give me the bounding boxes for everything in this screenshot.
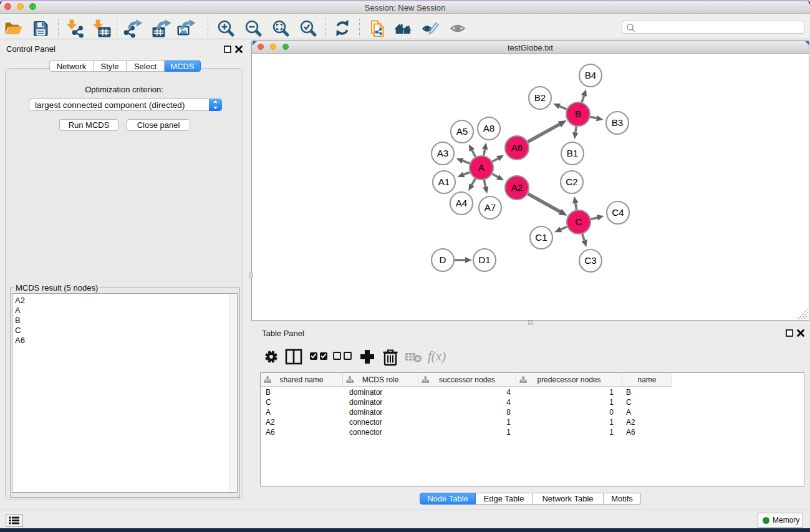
svg-text:A4: A4 bbox=[456, 198, 468, 208]
svg-text:B4: B4 bbox=[585, 70, 597, 80]
svg-text:B: B bbox=[575, 109, 581, 119]
svg-text:D1: D1 bbox=[478, 254, 490, 265]
svg-text:B2: B2 bbox=[534, 92, 546, 103]
svg-text:C: C bbox=[576, 216, 582, 227]
svg-text:B1: B1 bbox=[567, 148, 579, 158]
svg-text:C1: C1 bbox=[535, 232, 547, 243]
svg-text:A7: A7 bbox=[485, 202, 496, 213]
svg-text:D: D bbox=[440, 254, 446, 265]
svg-text:B3: B3 bbox=[612, 117, 624, 128]
svg-text:C3: C3 bbox=[584, 255, 596, 266]
svg-text:A1: A1 bbox=[438, 177, 450, 187]
svg-text:A3: A3 bbox=[437, 148, 449, 158]
svg-text:C4: C4 bbox=[612, 207, 624, 218]
svg-text:A8: A8 bbox=[483, 123, 495, 133]
svg-text:A2: A2 bbox=[511, 182, 523, 193]
svg-text:A5: A5 bbox=[456, 126, 468, 137]
svg-text:A6: A6 bbox=[511, 142, 523, 153]
svg-text:C2: C2 bbox=[566, 177, 577, 187]
svg-text:A: A bbox=[478, 162, 485, 173]
